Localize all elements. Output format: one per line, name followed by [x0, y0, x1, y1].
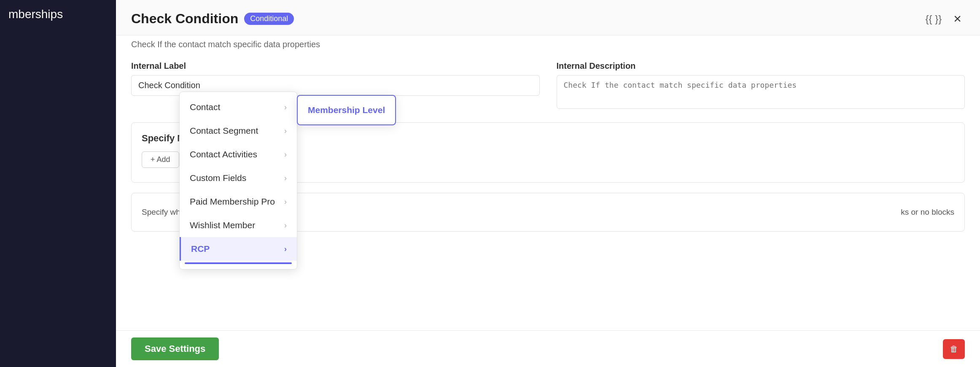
chevron-icon: › [284, 103, 287, 112]
chevron-icon: › [284, 174, 287, 183]
dropdown-item-contact-activities[interactable]: Contact Activities› [180, 143, 297, 166]
close-button[interactable]: × [950, 9, 965, 28]
add-button[interactable]: + Add [142, 151, 179, 168]
dropdown-item-contact-segment[interactable]: Contact Segment› [180, 119, 297, 143]
modal-body: Internal Label Internal Description Spec… [116, 49, 980, 330]
dropdown-item-wishlist-member[interactable]: Wishlist Member› [180, 213, 297, 237]
dropdown-overlay: Contact›Contact Segment›Contact Activiti… [179, 92, 396, 270]
dropdown-item-label-wishlist-member: Wishlist Member [190, 220, 255, 230]
chevron-icon: › [284, 197, 287, 206]
modal-header: Check Condition Conditional {{ }} × [116, 0, 980, 35]
modal: Check Condition Conditional {{ }} × Chec… [116, 0, 980, 367]
code-icon-button[interactable]: {{ }} [923, 11, 945, 27]
chevron-icon: › [284, 245, 287, 254]
save-settings-button[interactable]: Save Settings [131, 337, 219, 360]
sidebar: mberships [0, 0, 116, 367]
main-dropdown: Contact›Contact Segment›Contact Activiti… [179, 92, 297, 270]
sidebar-title: mberships [8, 8, 63, 21]
dropdown-item-paid-membership-pro[interactable]: Paid Membership Pro› [180, 190, 297, 213]
conditional-badge: Conditional [244, 13, 294, 25]
chevron-icon: › [284, 150, 287, 159]
internal-desc-label: Internal Description [557, 61, 965, 71]
modal-footer: Save Settings 🗑 [116, 330, 980, 367]
modal-title: Check Condition [131, 11, 238, 27]
dropdown-item-contact[interactable]: Contact› [180, 95, 297, 119]
dropdown-item-custom-fields[interactable]: Custom Fields› [180, 166, 297, 190]
dropdown-item-label-contact-segment: Contact Segment [190, 126, 258, 136]
internal-desc-textarea[interactable] [557, 75, 965, 109]
internal-desc-col: Internal Description [557, 61, 965, 111]
dropdown-item-rcp[interactable]: RCP› [180, 237, 297, 261]
footer-delete-button[interactable]: 🗑 [943, 339, 965, 359]
dropdown-item-label-paid-membership-pro: Paid Membership Pro [190, 197, 275, 207]
dropdown-item-label-custom-fields: Custom Fields [190, 173, 246, 183]
modal-subtitle: Check If the contact match specific data… [116, 35, 980, 49]
dropdown-item-label-contact-activities: Contact Activities [190, 149, 257, 159]
sub-menu: Membership Level [297, 95, 396, 125]
blocks-text: ks or no blocks [901, 208, 954, 217]
chevron-icon: › [284, 221, 287, 230]
chevron-icon: › [284, 127, 287, 135]
dropdown-item-label-contact: Contact [190, 102, 220, 112]
dropdown-item-label-rcp: RCP [191, 244, 210, 254]
internal-label-label: Internal Label [131, 61, 540, 71]
dropdown-scrollbar [185, 262, 292, 264]
sub-menu-item-membership-level[interactable]: Membership Level [298, 99, 395, 121]
